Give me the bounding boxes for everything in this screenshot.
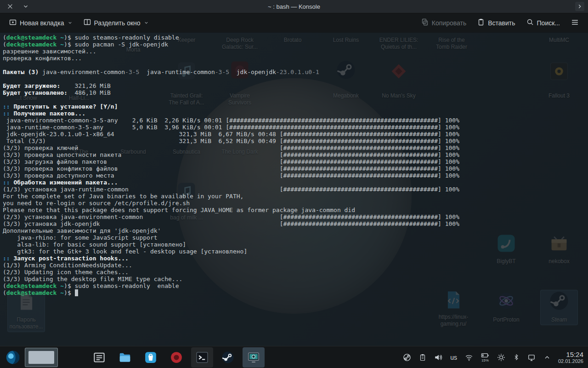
split-window-label: Разделить окно (94, 19, 141, 27)
terminal-line: :: Получение пакетов... (3, 110, 588, 117)
task-discover[interactable] (140, 347, 162, 368)
paste-button[interactable]: Вставить (473, 16, 520, 30)
terminal-line: java-environment-common-3-5-any 2,6 KiB … (3, 117, 588, 124)
terminal-line: java-runtime-common-3-5-any 5,0 KiB 3,96… (3, 124, 588, 131)
terminal-line: (deck@steamdeck ~)$ sudo steamos-readonl… (3, 34, 588, 41)
taskbar-apps (88, 347, 265, 368)
terminal-line: (deck@steamdeck ~)$ sudo steamos-readonl… (3, 282, 588, 289)
split-window-icon (84, 18, 91, 27)
hamburger-menu-button[interactable] (566, 16, 583, 30)
copy-label: Копировать (432, 19, 466, 27)
terminal-line: Будет установлено: 486,10 MiB (3, 89, 588, 96)
wifi-icon[interactable] (465, 353, 473, 362)
konsole-window: ~ : bash — Konsole Новая вкладка (0, 0, 588, 346)
terminal-line: (3/3) проверка целостности пакета [#####… (3, 151, 588, 158)
battery-indicator[interactable]: 15% (481, 352, 489, 362)
task-steam[interactable] (217, 347, 239, 368)
search-icon (526, 18, 534, 27)
launcher-icon (5, 350, 21, 365)
terminal-line (3, 96, 588, 103)
brightness-icon[interactable] (497, 353, 505, 362)
clipboard-icon[interactable] (419, 354, 426, 361)
new-tab-icon (9, 18, 17, 27)
terminal-line: (deck@steamdeck ~)$ (3, 289, 588, 296)
terminal-line: (3/3) установка jdk-openjdk [###########… (3, 220, 588, 227)
terminal-line: (3/3) проверка доступного места [#######… (3, 172, 588, 179)
chevron-down-icon[interactable] (21, 2, 30, 11)
window-title: ~ : bash — Konsole (0, 3, 588, 10)
terminal-line: (3/3) проверка конфликтов файлов [######… (3, 165, 588, 172)
terminal-line: :: Обработка изменений пакета... (3, 179, 588, 186)
terminal-line: (3/3) Updating the desktop file MIME typ… (3, 276, 588, 282)
split-window-button[interactable]: Разделить окно (79, 16, 153, 30)
task-browser[interactable] (165, 347, 187, 368)
task-spectacle[interactable] (243, 347, 265, 368)
terminal-line: (2/3) установка java-environment-common … (3, 213, 588, 220)
terminal-line: java-rhino: for some JavaScript support (3, 234, 588, 241)
terminal-line: Будет загружено: 321,26 MiB (3, 82, 588, 89)
terminal-line: Дополнительные зависимости для 'jdk-open… (3, 227, 588, 234)
terminal-line: alsa-lib: for basic sound support [устан… (3, 241, 588, 248)
terminal-line: jdk-openjdk-23.0.1.u0-1-x86_64 321,3 MiB… (3, 131, 588, 138)
keyboard-layout-indicator[interactable]: us (450, 354, 457, 361)
terminal-line: (deck@steamdeck ~)$ sudo pacman -S jdk-o… (3, 41, 588, 48)
terminal-line: you need to re-login or source /etc/prof… (3, 200, 588, 207)
window-preview-thumbnail[interactable] (25, 348, 58, 367)
hamburger-icon (571, 18, 579, 28)
copy-button[interactable]: Копировать (417, 16, 471, 30)
terminal-line: gtk3: for the Gtk+ 3 look and feel - des… (3, 248, 588, 255)
terminal-line (3, 62, 588, 69)
terminal-line: Пакеты (3) java-environment-common-3-5 j… (3, 69, 588, 75)
search-button[interactable]: Поиск... (522, 16, 565, 30)
task-konsole[interactable] (191, 347, 213, 368)
terminal-line: For the complete set of Java binaries to… (3, 193, 588, 200)
tray-expander-caret[interactable] (543, 354, 551, 361)
new-tab-label: Новая вкладка (20, 19, 64, 27)
terminal-line: проверка конфликтов... (3, 55, 588, 62)
terminal-line (3, 75, 588, 82)
battery-percent-label: 15% (481, 359, 489, 362)
window-titlebar: ~ : bash — Konsole (0, 0, 588, 13)
new-tab-button[interactable]: Новая вкладка (5, 16, 77, 30)
paste-label: Вставить (488, 19, 515, 27)
terminal-line: :: Запуск post-transaction hooks... (3, 255, 588, 262)
terminal-line: (3/3) проверка ключей [#################… (3, 144, 588, 151)
screen: KeeperDeep RockGalactic: Sur...BrotatoLo… (0, 0, 588, 368)
terminal-line: (2/3) Updating icon theme caches... (3, 269, 588, 276)
taskbar: us15% 15:24 02.01.2026 (0, 346, 588, 368)
keyboard-layout-label: us (450, 354, 457, 361)
terminal-output[interactable]: (deck@steamdeck ~)$ sudo steamos-readonl… (0, 32, 588, 346)
terminal-line: разрешение зависимостей... (3, 48, 588, 55)
copy-icon (421, 18, 429, 27)
terminal-line: (3/3) загрузка файлов пакетов [#########… (3, 158, 588, 165)
system-tray: us15% (403, 352, 551, 362)
paste-icon (477, 18, 485, 27)
chevron-right-icon[interactable] (575, 2, 584, 11)
terminal-line: (1/3) установка java-runtime-common [###… (3, 186, 588, 193)
task-window-list[interactable] (88, 347, 110, 368)
konsole-toolbar: Новая вкладка Разделить окно Копи (0, 13, 588, 33)
close-icon[interactable] (6, 2, 15, 11)
clock-time: 15:24 (558, 351, 583, 358)
chevron-down-icon (68, 19, 73, 27)
steam-tray-icon[interactable] (403, 353, 411, 362)
clock[interactable]: 15:24 02.01.2026 (558, 351, 583, 364)
terminal-line: Total (3/3) 321,3 MiB 6,52 MiB/s 00:49 [… (3, 138, 588, 144)
chevron-down-icon (144, 19, 149, 27)
device-icon[interactable] (527, 353, 536, 362)
search-label: Поиск... (537, 19, 560, 27)
application-launcher-button[interactable] (5, 349, 21, 366)
terminal-line: :: Приступить к установке? [Y/n] (3, 103, 588, 110)
volume-icon[interactable] (434, 353, 442, 362)
clock-date: 02.01.2026 (558, 358, 583, 364)
terminal-line: (1/3) Arming ConditionNeedsUpdate... (3, 262, 588, 269)
terminal-line: Please note that this package does not s… (3, 207, 588, 213)
bluetooth-icon[interactable] (513, 353, 520, 361)
task-file-manager[interactable] (114, 347, 136, 368)
